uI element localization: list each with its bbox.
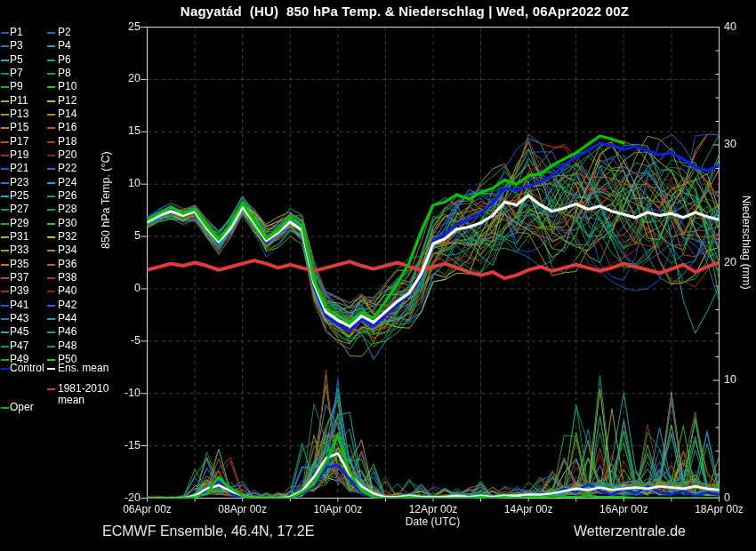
legend-label: P27 (10, 204, 28, 215)
y-axis-right-title: Niederschlag (mm) (740, 196, 752, 290)
legend-label: P22 (58, 163, 76, 174)
legend-swatch (1, 209, 9, 211)
legend-label: P48 (58, 340, 76, 352)
legend-label: P9 (10, 81, 23, 92)
legend-label: P42 (58, 299, 76, 311)
legend-swatch (47, 141, 55, 143)
legend-swatch (47, 277, 55, 279)
x-tick-label: 16Apr 00z (583, 503, 664, 515)
y-right-tick-label: 40 (724, 20, 736, 33)
legend-label: P15 (10, 122, 28, 133)
legend-label: P19 (10, 149, 28, 161)
y-left-tick-label: -5 (101, 334, 141, 347)
legend-swatch (47, 250, 55, 252)
legend-label: P32 (58, 231, 76, 243)
legend-swatch (1, 60, 9, 61)
legend-label: P35 (10, 259, 28, 270)
legend-label: Ens. mean (58, 363, 109, 374)
legend-swatch (47, 359, 55, 361)
legend-swatch (1, 141, 9, 143)
legend-label: P31 (10, 231, 28, 243)
legend-swatch (1, 250, 9, 252)
legend-label: P1 (10, 27, 23, 38)
legend-swatch (47, 168, 55, 170)
y-left-tick-label: 25 (101, 20, 141, 33)
legend-label: P46 (58, 326, 76, 338)
legend-swatch (1, 407, 9, 409)
legend-swatch (47, 45, 55, 47)
legend-label: P6 (58, 54, 71, 66)
legend-swatch (47, 114, 55, 116)
legend-label: P40 (58, 285, 76, 297)
x-tick-label: 18Apr 00z (680, 503, 756, 515)
legend-swatch (47, 100, 55, 102)
x-tick-label: 08Apr 00z (203, 503, 283, 515)
y-right-tick-label: 20 (724, 256, 736, 268)
legend-swatch (47, 223, 55, 225)
legend-label: P34 (58, 244, 76, 256)
legend-swatch (47, 182, 55, 184)
legend-label: P33 (10, 244, 28, 256)
legend-swatch (47, 209, 55, 211)
legend-label: P44 (58, 313, 76, 324)
legend-swatch (1, 182, 9, 184)
legend-swatch (47, 32, 55, 34)
legend-swatch (1, 318, 9, 320)
legend-swatch (1, 236, 9, 238)
legend-swatch (47, 368, 55, 370)
legend-swatch (1, 114, 9, 116)
legend-swatch (1, 73, 9, 75)
legend-swatch (1, 32, 9, 34)
y-left-tick-label: -20 (101, 491, 141, 504)
legend-swatch (47, 291, 55, 292)
ensemble-meteogram: Nagyatád (HU) 850 hPa Temp. & Niederschl… (0, 0, 756, 551)
legend-label: P28 (58, 204, 76, 215)
legend-swatch (1, 291, 9, 292)
y-left-tick-label: 20 (101, 72, 141, 84)
legend-swatch (1, 196, 9, 197)
x-tick-label: 06Apr 00z (108, 503, 188, 515)
legend-label: P24 (58, 177, 76, 188)
legend-swatch (47, 236, 55, 238)
legend-label: P41 (10, 299, 28, 311)
legend-label: P18 (58, 136, 76, 148)
legend-label: P43 (10, 313, 28, 324)
y-right-tick-label: 10 (724, 373, 736, 386)
legend-label: P29 (10, 218, 28, 229)
legend-swatch (1, 331, 9, 333)
legend-label: P45 (10, 326, 28, 338)
legend-swatch (1, 127, 9, 129)
legend-swatch (47, 155, 55, 156)
legend-swatch (1, 86, 9, 88)
y-left-tick-label: -10 (101, 387, 141, 399)
legend-label: Control (10, 363, 44, 374)
legend-label: P36 (58, 259, 76, 270)
legend-label: P12 (58, 95, 76, 107)
legend-swatch (1, 100, 9, 102)
legend-swatch (47, 318, 55, 320)
legend-label: P47 (10, 340, 28, 352)
legend-label: P2 (58, 27, 71, 38)
y-axis-left-title: 850 hPa Temp. (°C) (100, 151, 112, 249)
model-info-text: ECMWF Ensemble, 46.4N, 17.2E (102, 523, 314, 539)
legend-label: P23 (10, 177, 28, 188)
legend-label: P20 (58, 149, 76, 161)
legend-label: P5 (10, 54, 23, 66)
legend-label: P38 (58, 272, 76, 283)
legend-swatch (47, 127, 55, 129)
legend-swatch (47, 388, 55, 390)
legend-label: P11 (10, 95, 28, 107)
legend-swatch (47, 196, 55, 197)
legend-swatch (47, 331, 55, 333)
site-credit: Wetterzentrale.de (574, 523, 686, 539)
legend-label: P25 (10, 190, 28, 202)
legend-swatch (47, 60, 55, 61)
x-tick-label: 14Apr 00z (488, 503, 568, 515)
y-left-tick-label: 15 (101, 124, 141, 137)
legend-label: P4 (58, 40, 71, 52)
legend-label: P3 (10, 40, 23, 52)
legend-swatch (1, 305, 9, 307)
legend-label: P7 (10, 68, 23, 79)
y-right-tick-label: 30 (724, 138, 736, 150)
legend-label: P37 (10, 272, 28, 283)
